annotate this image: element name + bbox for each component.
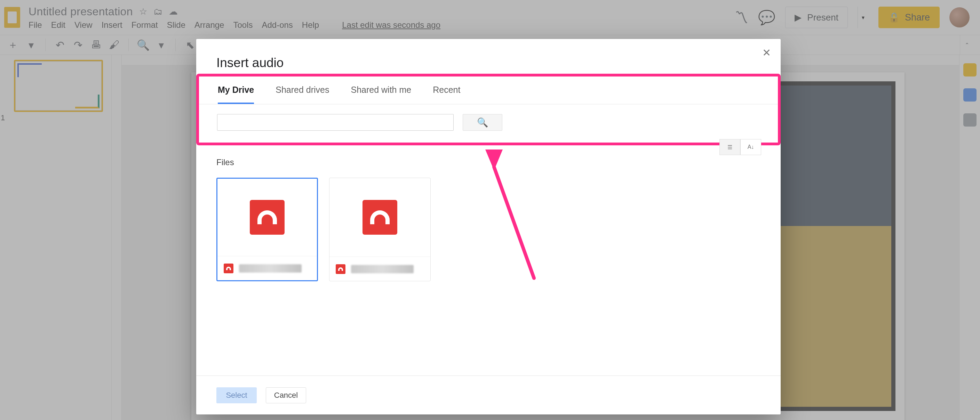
audio-file-card[interactable] (329, 178, 431, 281)
select-button[interactable]: Select (216, 387, 257, 403)
audio-type-icon (336, 264, 345, 274)
dialog-tabs: My Drive Shared drives Shared with me Re… (199, 76, 778, 104)
files-heading: Files (196, 145, 781, 172)
sort-button[interactable]: A↓ (740, 139, 761, 155)
search-button[interactable]: 🔍 (463, 114, 502, 131)
search-input[interactable] (217, 114, 453, 131)
file-name-redacted (239, 264, 302, 273)
search-icon: 🔍 (477, 117, 488, 128)
list-view-button[interactable]: ☰ (719, 139, 740, 155)
cancel-button[interactable]: Cancel (266, 387, 306, 403)
view-toggle-group: ☰ A↓ (719, 139, 761, 155)
tab-shared-with-me[interactable]: Shared with me (351, 83, 411, 104)
audio-type-icon (224, 263, 234, 273)
annotation-highlight: My Drive Shared drives Shared with me Re… (196, 74, 781, 145)
insert-audio-dialog: ✕ Insert audio My Drive Shared drives Sh… (196, 39, 781, 414)
audio-file-card[interactable] (216, 178, 318, 281)
audio-icon (363, 200, 397, 235)
dialog-footer: Select Cancel (196, 376, 781, 414)
close-icon[interactable]: ✕ (762, 47, 771, 59)
files-grid (196, 172, 781, 281)
tab-shared-drives[interactable]: Shared drives (275, 83, 329, 104)
dialog-title: Insert audio (196, 39, 781, 74)
tab-recent[interactable]: Recent (433, 83, 460, 104)
tab-my-drive[interactable]: My Drive (218, 83, 254, 104)
audio-icon (250, 200, 285, 235)
file-name-redacted (351, 265, 414, 273)
